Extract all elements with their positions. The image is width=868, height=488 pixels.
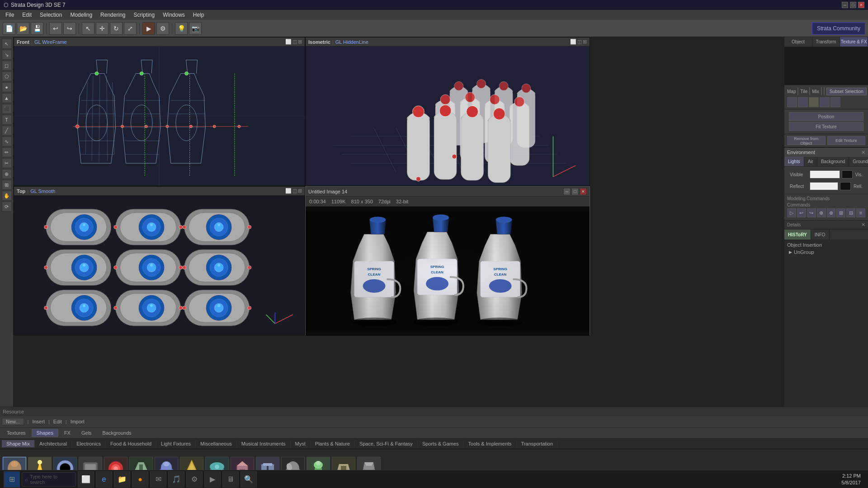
- menu-edit[interactable]: Edit: [19, 11, 35, 19]
- import-button[interactable]: Import: [71, 419, 85, 424]
- edge-btn[interactable]: e: [96, 471, 112, 488]
- vp-iso-maximize[interactable]: ⊞: [583, 39, 587, 45]
- position-button[interactable]: Position: [789, 112, 863, 121]
- vp-front-icon1[interactable]: ⬜: [285, 39, 292, 45]
- camera-btn[interactable]: 📷: [189, 22, 202, 35]
- zoom-tool[interactable]: ⊞: [2, 180, 12, 190]
- cat-myst[interactable]: Myst: [291, 440, 311, 447]
- res-tab-backgrounds[interactable]: Backgrounds: [98, 429, 137, 437]
- community-button[interactable]: Strata Community: [812, 22, 865, 35]
- bezier-tool[interactable]: ∿: [2, 136, 12, 146]
- vp-front-maximize[interactable]: ⊞: [298, 39, 302, 45]
- reflect-color[interactable]: [810, 182, 838, 190]
- app1-btn[interactable]: 🎵: [168, 471, 184, 488]
- cat-architectural[interactable]: Architectural: [35, 440, 72, 447]
- object-tool[interactable]: ◻: [2, 61, 12, 70]
- render-btn[interactable]: ▶: [142, 22, 155, 35]
- menu-scripting[interactable]: Scripting: [130, 11, 158, 19]
- cylinder-tool[interactable]: ⬛: [2, 104, 12, 114]
- cmd-3[interactable]: ↪: [807, 208, 816, 217]
- start-button[interactable]: ⊞: [4, 471, 20, 488]
- reflect-swatch[interactable]: [840, 182, 851, 190]
- cat-food-household[interactable]: Food & Household: [106, 440, 156, 447]
- map-preset-4[interactable]: [820, 97, 830, 107]
- cat-electronics[interactable]: Electronics: [72, 440, 106, 447]
- fit-texture-button[interactable]: Fit Texture: [789, 122, 863, 131]
- cat-musical[interactable]: Musical Instruments: [237, 440, 291, 447]
- cat-transportation[interactable]: Transportation: [517, 440, 558, 447]
- poly-tool[interactable]: ⬠: [2, 71, 12, 81]
- redo-btn[interactable]: ↪: [63, 22, 76, 35]
- cmd-2[interactable]: ↩: [797, 208, 806, 217]
- save-btn[interactable]: 💾: [31, 22, 43, 35]
- cat-space[interactable]: Space, Sci-Fi & Fantasy: [355, 440, 418, 447]
- explorer-btn[interactable]: 📁: [114, 471, 130, 488]
- iso-mode[interactable]: GL HiddenLine: [335, 39, 368, 45]
- cmd-4[interactable]: ⊕: [817, 208, 826, 217]
- menu-modeling[interactable]: Modeling: [66, 11, 96, 19]
- viewport-top[interactable]: Top | GL Smooth ⬜ ◫ ⊞: [14, 186, 305, 335]
- text-tool[interactable]: T: [2, 115, 12, 125]
- map-preset-3[interactable]: [809, 97, 819, 107]
- map-swatch[interactable]: [797, 87, 798, 95]
- cat-shape-mix[interactable]: Shape Mix: [2, 440, 35, 447]
- app5-btn[interactable]: 🔍: [241, 471, 257, 488]
- ungroup-item[interactable]: ▶ UnGroup: [787, 249, 865, 256]
- maximize-button[interactable]: □: [850, 2, 856, 8]
- edit-button[interactable]: Edit: [53, 419, 62, 424]
- tab-object[interactable]: Object: [784, 37, 812, 47]
- viewport-front[interactable]: Front | GL WireFrame ⬜ ◫ ⊞: [14, 37, 305, 186]
- visible-color[interactable]: [810, 170, 840, 178]
- tab-texture-fx[interactable]: Texture & FX: [840, 37, 868, 47]
- menu-help[interactable]: Help: [189, 11, 208, 19]
- remove-from-object-button[interactable]: Remove from Object: [787, 136, 826, 145]
- search-bar[interactable]: ⌕ Type here to search: [22, 472, 76, 487]
- cmd-8[interactable]: ≡: [856, 208, 865, 217]
- new-button[interactable]: New...: [2, 418, 24, 425]
- rotate-btn[interactable]: ↻: [110, 22, 123, 35]
- vp-top-maximize[interactable]: ⊞: [298, 188, 302, 194]
- app4-btn[interactable]: 🖥: [222, 471, 239, 488]
- visible-swatch[interactable]: [842, 170, 853, 178]
- details-close-btn[interactable]: ✕: [861, 222, 865, 228]
- tile-swatch[interactable]: [809, 87, 810, 95]
- scale-btn[interactable]: ⤢: [124, 22, 137, 35]
- menu-selection[interactable]: Selection: [36, 11, 66, 19]
- orbit-tool[interactable]: ⟳: [2, 202, 12, 211]
- res-tab-gels[interactable]: Gels: [76, 429, 97, 437]
- top-mode[interactable]: GL Smooth: [30, 188, 55, 194]
- pan-tool[interactable]: ✋: [2, 191, 12, 201]
- minimize-button[interactable]: ─: [842, 2, 848, 8]
- paint-tool[interactable]: ✏: [2, 147, 12, 157]
- vp-top-icon2[interactable]: ◫: [292, 188, 297, 194]
- open-btn[interactable]: 📂: [17, 22, 29, 35]
- knife-tool[interactable]: ✂: [2, 158, 12, 168]
- vp-iso-icon2[interactable]: ◫: [577, 39, 582, 45]
- render-max[interactable]: □: [571, 188, 579, 195]
- res-tab-shapes[interactable]: Shapes: [32, 429, 58, 437]
- cat-sports[interactable]: Sports & Games: [418, 440, 464, 447]
- map-preset-5[interactable]: [830, 97, 840, 107]
- close-button[interactable]: ✕: [858, 2, 864, 8]
- subset-selection-button[interactable]: Subset Selection: [826, 88, 867, 95]
- app3-btn[interactable]: ▶: [204, 471, 221, 488]
- cat-tools[interactable]: Tools & Implements: [464, 440, 517, 447]
- res-tab-textures[interactable]: Textures: [2, 429, 31, 437]
- pointer-tool[interactable]: ↖: [2, 39, 12, 49]
- menu-rendering[interactable]: Rendering: [97, 11, 129, 19]
- sphere-tool[interactable]: ●: [2, 82, 12, 92]
- vp-top-icon1[interactable]: ⬜: [285, 188, 292, 194]
- edit-texture-button[interactable]: Edit Texture: [827, 136, 866, 145]
- tab-transform[interactable]: Transform: [812, 37, 840, 47]
- tab-info[interactable]: INFO: [811, 230, 830, 239]
- direct-tool[interactable]: ↘: [2, 50, 12, 60]
- render-close[interactable]: ✕: [580, 188, 587, 195]
- undo-btn[interactable]: ↩: [49, 22, 62, 35]
- env-tab-ground[interactable]: Ground: [849, 157, 868, 166]
- cat-plants[interactable]: Plants & Nature: [311, 440, 355, 447]
- magnet-tool[interactable]: ⊕: [2, 169, 12, 179]
- select-btn[interactable]: ↖: [82, 22, 94, 35]
- cmd-6[interactable]: ⊞: [836, 208, 845, 217]
- light-btn[interactable]: 💡: [175, 22, 188, 35]
- chrome-btn[interactable]: ●: [132, 471, 148, 488]
